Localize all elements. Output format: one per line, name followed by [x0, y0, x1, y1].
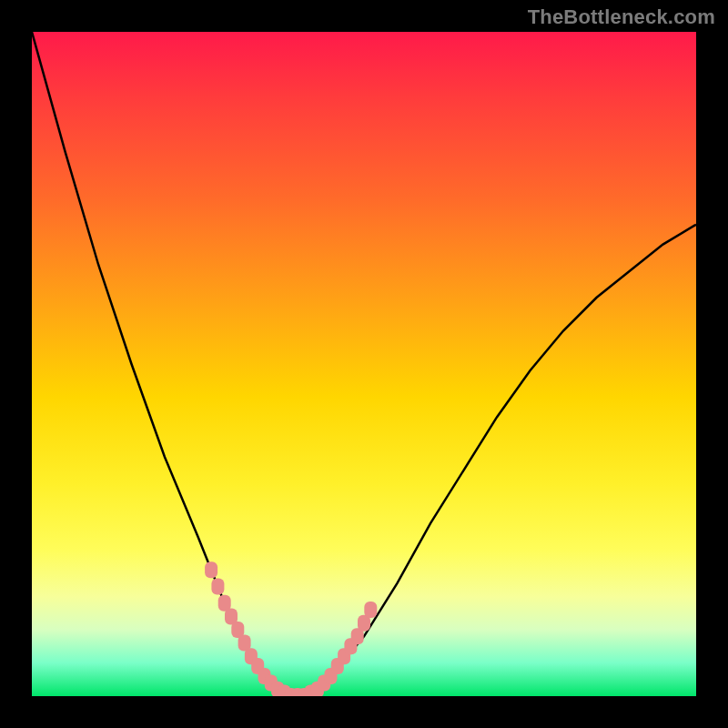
- marker-dots: [205, 561, 377, 696]
- curve-line: [32, 32, 696, 696]
- marker-dot: [364, 602, 377, 618]
- marker-dot: [205, 561, 217, 578]
- marker-dot: [211, 579, 224, 595]
- chart-frame: TheBottleneck.com: [0, 0, 728, 728]
- bottleneck-curve-path: [32, 32, 696, 696]
- chart-svg: [32, 32, 696, 696]
- plot-area: [32, 32, 696, 696]
- watermark-text: TheBottleneck.com: [528, 5, 715, 29]
